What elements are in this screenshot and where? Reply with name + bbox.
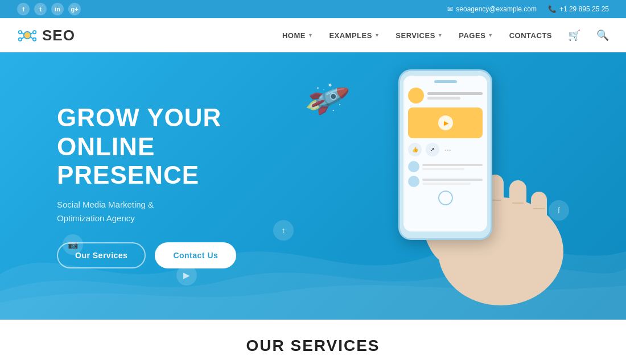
- svg-rect-14: [531, 192, 547, 249]
- search-icon[interactable]: 🔍: [596, 29, 609, 42]
- svg-point-3: [19, 38, 22, 41]
- svg-rect-13: [509, 180, 526, 246]
- play-button: ▶: [438, 115, 453, 130]
- svg-point-0: [24, 32, 31, 39]
- phone-number: +1 29 895 25 25: [559, 5, 609, 13]
- cart-icon[interactable]: 🛒: [568, 29, 580, 42]
- hero-content: GROW YOUR ONLINE PRESENCE Social Media M…: [57, 104, 296, 268]
- linkedin-icon[interactable]: in: [51, 3, 64, 15]
- rocket-icon: 🚀: [302, 75, 352, 123]
- phone-screen: ▶ 👍 ↗ ···: [403, 76, 487, 231]
- email-icon: ✉: [447, 5, 453, 13]
- logo-text: SEO: [42, 27, 75, 44]
- svg-point-2: [33, 31, 36, 34]
- phone-contact: 📞 +1 29 895 25 25: [548, 5, 609, 13]
- phone-more-btn: ···: [444, 145, 451, 154]
- phone-profile-avatar: [408, 88, 424, 104]
- home-dropdown-arrow: ▼: [308, 32, 313, 38]
- navbar: SEO HOME ▼ EXAMPLES ▼ SERVICES ▼ PAGES ▼…: [0, 18, 626, 52]
- phone-share-btn: ↗: [426, 143, 439, 156]
- hero-title: GROW YOUR ONLINE PRESENCE: [57, 104, 296, 190]
- phone-icon: 📞: [548, 5, 557, 13]
- contact-us-button[interactable]: Contact Us: [155, 242, 236, 268]
- phone-illustration: ▶ 👍 ↗ ···: [364, 64, 580, 314]
- facebook-icon[interactable]: f: [17, 3, 30, 15]
- phone-speaker: [434, 80, 457, 83]
- email-contact: ✉ seoagency@example.com: [447, 5, 537, 13]
- hero-section: 📷 ▶ t f GROW YOUR ONLINE PRESENCE Social…: [0, 52, 626, 320]
- svg-line-5: [22, 33, 24, 35]
- phone-user1-avatar: [408, 161, 419, 172]
- hero-subtitle: Social Media Marketing &Optimization Age…: [57, 198, 228, 225]
- nav-examples[interactable]: EXAMPLES ▼: [329, 31, 380, 40]
- svg-line-6: [30, 33, 33, 35]
- examples-dropdown-arrow: ▼: [374, 32, 380, 38]
- services-dropdown-arrow: ▼: [438, 32, 443, 38]
- contact-info: ✉ seoagency@example.com 📞 +1 29 895 25 2…: [447, 5, 609, 13]
- services-title: OUR SERVICES: [0, 337, 626, 355]
- logo[interactable]: SEO: [17, 25, 75, 46]
- nav-contacts[interactable]: CONTACTS: [509, 31, 552, 40]
- phone-name-line: [427, 92, 483, 95]
- svg-line-7: [22, 37, 24, 39]
- phone-home-button: [438, 191, 453, 205]
- twitter-icon[interactable]: t: [34, 3, 47, 15]
- nav-menu: HOME ▼ EXAMPLES ▼ SERVICES ▼ PAGES ▼ CON…: [282, 29, 609, 42]
- social-icons: f t in g+: [17, 3, 81, 15]
- our-services-button[interactable]: Our Services: [57, 242, 146, 268]
- top-bar: f t in g+ ✉ seoagency@example.com 📞 +1 2…: [0, 0, 626, 18]
- svg-point-4: [33, 38, 36, 41]
- email-address: seoagency@example.com: [456, 5, 537, 13]
- nav-services[interactable]: SERVICES ▼: [396, 31, 443, 40]
- logo-icon: [17, 25, 38, 46]
- phone-like-btn: 👍: [408, 143, 422, 156]
- phone-device: ▶ 👍 ↗ ···: [398, 69, 492, 240]
- googleplus-icon[interactable]: g+: [68, 3, 81, 15]
- pages-dropdown-arrow: ▼: [488, 32, 493, 38]
- nav-home[interactable]: HOME ▼: [282, 31, 313, 40]
- svg-point-1: [19, 31, 22, 34]
- phone-sub-line: [427, 97, 460, 100]
- nav-pages[interactable]: PAGES ▼: [459, 31, 493, 40]
- phone-user2-avatar: [408, 176, 419, 187]
- phone-video-block: ▶: [408, 107, 483, 138]
- svg-line-8: [30, 37, 33, 39]
- hero-buttons: Our Services Contact Us: [57, 242, 296, 268]
- services-section: OUR SERVICES: [0, 320, 626, 364]
